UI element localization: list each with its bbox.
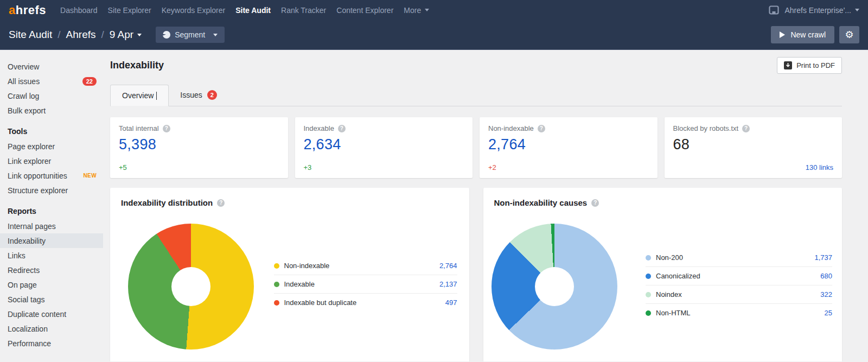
tab-overview[interactable]: Overview [110,85,169,106]
sidebar-item-all-issues[interactable]: All issues22 [0,74,103,88]
play-icon [780,31,785,38]
sidebar-item-label: Indexability [8,237,46,245]
sidebar-item-label: Redirects [8,266,40,275]
legend-value-link[interactable]: 1,737 [814,253,832,262]
chart-legend: Non-2001,737Canonicalized680Noindex322No… [646,249,832,322]
chevron-down-icon [213,34,218,36]
legend-color-dot [274,263,279,269]
legend-value-link[interactable]: 25 [825,309,832,317]
settings-gear-button[interactable]: ⚙ [839,26,859,43]
stat-card-label: Total internal [119,124,159,132]
charts-row: Indexability distribution?Non-indexable2… [110,188,842,361]
chart-legend: Non-indexable2,764Indexable2,137Indexabl… [274,257,457,312]
ahrefs-logo[interactable]: ahrefs [9,3,46,17]
nav-item-more[interactable]: More [404,6,429,15]
legend-row-indexable[interactable]: Indexable2,137 [274,275,457,293]
stat-card-label: Non-indexable [488,124,534,132]
stat-card-value[interactable]: 68 [673,136,834,153]
stat-card-value[interactable]: 2,764 [488,136,649,153]
sidebar-item-on-page[interactable]: On page [0,277,103,292]
breadcrumb-separator: / [101,29,104,41]
sidebar-item-crawl-log[interactable]: Crawl log [0,88,103,103]
sidebar-item-page-explorer[interactable]: Page explorer [0,139,103,154]
legend-row-non-200[interactable]: Non-2001,737 [646,249,832,266]
workspace-icon[interactable] [769,5,779,15]
sidebar-item-links[interactable]: Links [0,248,103,263]
chart-panel-non-indexability-causes: Non-indexability causes?Non-2001,737Cano… [483,188,843,361]
nav-item-keywords-explorer[interactable]: Keywords Explorer [162,6,226,15]
breadcrumb-item-ahrefs[interactable]: Ahrefs [66,29,96,41]
sidebar-item-internal-pages[interactable]: Internal pages [0,219,103,233]
nav-item-content-explorer[interactable]: Content Explorer [336,6,393,15]
account-name: Ahrefs Enterprise'... [785,6,852,15]
legend-label: Canonicalized [656,272,700,280]
help-icon[interactable]: ? [538,125,545,132]
stat-card-value[interactable]: 5,398 [119,136,279,153]
legend-value-link[interactable]: 2,764 [439,262,457,270]
legend-label: Noindex [656,290,682,299]
help-icon[interactable]: ? [217,199,225,207]
sidebar-item-label: Link opportunities [8,172,67,180]
help-icon[interactable]: ? [591,199,599,207]
sidebar-item-structure-explorer[interactable]: Structure explorer [0,183,103,198]
stat-card-link[interactable]: 130 links [806,163,833,172]
sidebar-item-label: Social tags [8,295,44,304]
sidebar-item-label: Structure explorer [8,186,68,195]
sidebar-item-redirects[interactable]: Redirects [0,263,103,277]
tab-label: Overview [122,91,154,100]
nav-item-dashboard[interactable]: Dashboard [60,6,98,15]
donut-chart[interactable] [492,224,617,350]
sidebar-item-performance[interactable]: Performance [0,336,103,351]
nav-item-site-explorer[interactable]: Site Explorer [108,6,151,15]
legend-row-indexable-but-duplicate[interactable]: Indexable but duplicate497 [274,293,457,312]
chevron-down-icon [425,9,429,11]
breadcrumb-label: 9 Apr [110,29,133,41]
help-icon[interactable]: ? [742,125,750,132]
nav-item-label: Dashboard [60,6,98,15]
sidebar-item-social-tags[interactable]: Social tags [0,292,103,307]
breadcrumb-item-site-audit[interactable]: Site Audit [9,29,52,41]
sidebar-item-overview[interactable]: Overview [0,59,103,74]
legend-color-dot [646,292,651,297]
legend-row-non-html[interactable]: Non-HTML25 [646,303,832,322]
legend-label: Indexable but duplicate [284,299,357,307]
stat-card-value[interactable]: 2,634 [304,136,464,153]
print-to-pdf-button[interactable]: Print to PDF [777,57,842,74]
segment-button[interactable]: Segment [156,27,225,43]
nav-item-rank-tracker[interactable]: Rank Tracker [281,6,326,15]
sidebar-item-label: All issues [8,77,40,86]
new-crawl-button[interactable]: New crawl [771,26,834,43]
main-content: Indexability Print to PDF OverviewIssues… [103,50,868,361]
chevron-down-icon [855,9,859,11]
chart-title: Non-indexability causes [494,198,588,207]
help-icon[interactable]: ? [338,125,346,132]
nav-item-label: Content Explorer [336,6,393,15]
legend-value-link[interactable]: 2,137 [439,280,457,288]
chart-title-row: Non-indexability causes? [483,188,843,207]
legend-value-link[interactable]: 680 [820,272,832,280]
nav-item-label: Keywords Explorer [162,6,226,15]
tab-issues[interactable]: Issues2 [169,84,228,106]
legend-row-non-indexable[interactable]: Non-indexable2,764 [274,257,457,275]
legend-row-canonicalized[interactable]: Canonicalized680 [646,266,832,285]
nav-item-site-audit[interactable]: Site Audit [235,6,271,15]
legend-row-noindex[interactable]: Noindex322 [646,285,832,303]
breadcrumb-item-9-apr[interactable]: 9 Apr [110,29,142,41]
sidebar-item-bulk-export[interactable]: Bulk export [0,103,103,118]
sidebar-item-link-explorer[interactable]: Link explorer [0,154,103,168]
sidebar-item-localization[interactable]: Localization [0,321,103,336]
stat-card-non-indexable: Non-indexable?2,764+2 [480,117,658,178]
stat-card-header: Non-indexable? [488,124,649,132]
stat-card-indexable: Indexable?2,634+3 [295,117,473,178]
donut-chart[interactable] [128,224,254,350]
legend-value-link[interactable]: 497 [445,299,457,307]
help-icon[interactable]: ? [163,125,170,132]
sidebar-item-link-opportunities[interactable]: Link opportunitiesNEW [0,168,103,183]
account-menu[interactable]: Ahrefs Enterprise'... [785,6,860,15]
legend-value-link[interactable]: 322 [820,290,832,299]
sidebar-item-indexability[interactable]: Indexability [0,233,103,248]
sidebar-item-label: Links [8,251,25,260]
page-body: OverviewAll issues22Crawl logBulk export… [0,50,868,361]
sidebar-item-duplicate-content[interactable]: Duplicate content [0,307,103,321]
donut-hole [535,267,574,306]
